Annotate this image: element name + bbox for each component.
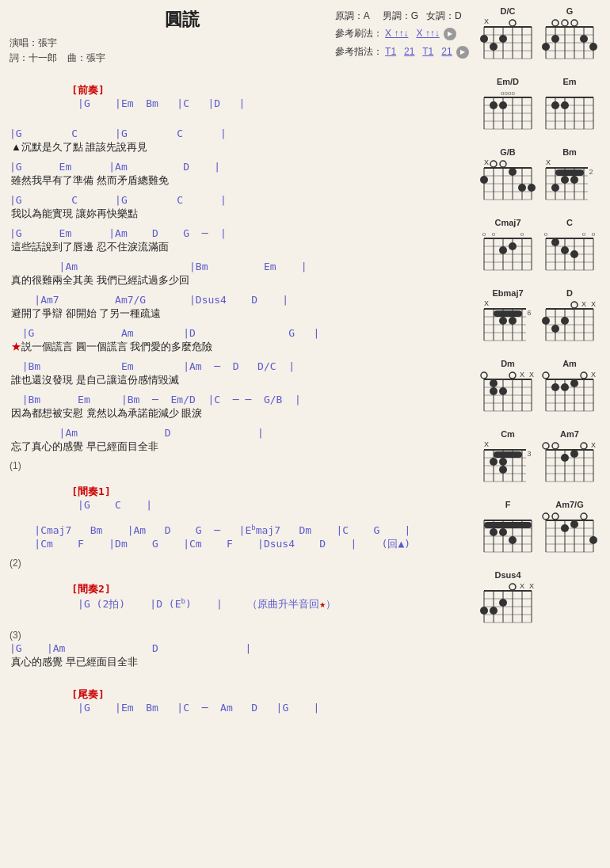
verse1a-lyrics: ▲沉默是久了點 誰該先說再見 [10,140,466,154]
svg-text:o: o [544,230,548,238]
svg-point-77 [518,184,526,192]
svg-point-110 [509,242,517,250]
section3-chords: |G |Am D | [10,642,466,654]
intro-chords: [前奏] |G |Em Bm |C |D | [10,71,466,121]
svg-point-259 [589,536,597,544]
verse1d-section: |G Em |Am D G ─ | 這些話說到了唇邊 忍不住淚流滿面 [10,227,466,254]
svg-point-274 [480,607,488,615]
svg-point-242 [509,536,517,544]
meta-area: 原調：A 男調：G 女調：D 參考刷法： X ↑↑↓ X ↑↑↓ ▶ 參考指法：… [335,8,469,59]
svg-point-28 [562,20,568,26]
chord-cmaj7: Cmaj7 o o o [480,218,536,280]
interlude1-label: [間奏1] [71,485,110,497]
chord-row-6: Dm X X [480,359,605,421]
strum-pattern-1[interactable]: X ↑↑↓ [385,28,408,39]
svg-rect-140 [494,310,522,317]
svg-point-76 [509,168,517,176]
intro-section: [前奏] |G |Em Bm |C |D | [10,71,466,121]
svg-point-209 [499,458,507,466]
svg-text:X: X [529,371,534,379]
verse1c-section: |G C |G C | 我以為能實現 讓妳再快樂點 [10,194,466,221]
chord-bm: Bm X 2 [542,147,597,210]
finger-pattern-2[interactable]: 21 [404,46,414,57]
svg-text:o: o [520,230,524,238]
svg-point-13 [480,35,488,43]
svg-text:3: 3 [527,450,531,458]
cm-svg: X 3 [480,440,536,492]
section3-lyrics: 真心的感覺 早已經面目全非 [10,655,466,669]
svg-point-12 [509,20,516,26]
d-svg: X X [542,299,597,351]
svg-point-210 [499,466,507,474]
section-1-label: (1) [10,460,466,471]
verse1b-chords: |G Em |Am D | [10,161,466,173]
svg-point-175 [490,379,498,387]
svg-point-213 [552,443,559,449]
svg-text:X: X [591,441,596,449]
svg-point-276 [499,599,507,607]
svg-rect-239 [484,522,532,528]
svg-text:X: X [484,299,489,307]
svg-point-241 [499,528,507,536]
original-key: 原調：A [335,10,369,21]
svg-point-125 [551,238,559,246]
svg-point-240 [490,528,498,536]
svg-point-163 [509,372,516,379]
cmaj7-svg: o o o [480,229,536,280]
chorus-a-lyrics: 誰也還沒發現 是自己讓這份感情毀滅 [10,373,466,387]
bm-svg: X 2 [542,158,597,210]
finger-play-btn[interactable]: ▶ [456,46,469,59]
svg-text:o: o [582,230,586,238]
verse1d-lyrics: 這些話說到了唇邊 忍不住淚流滿面 [10,240,466,254]
svg-point-141 [499,317,507,325]
intro-label: [前奏] [71,84,105,96]
svg-point-177 [490,387,498,395]
chord-f: F [480,500,536,562]
am7g-svg [542,511,597,562]
svg-text:X: X [484,158,489,166]
chorus-intro-lyrics: ★説一個謊言 圓一個謊言 我們愛的多麼危險 [10,340,466,354]
strum-play-btn[interactable]: ▶ [444,28,456,40]
svg-point-60 [561,101,569,109]
finger-pattern-3[interactable]: T1 [422,46,433,57]
svg-point-126 [561,246,569,254]
verse2a-chords: |Am |Bm Em | [10,261,466,272]
outro-chords: [尾奏] |G |Em Bm |C ─ Am D |G | [10,676,466,725]
verse2a-section: |Am |Bm Em | 真的很難兩全其美 我們已經試過多少回 [10,261,466,287]
svg-text:oooo: oooo [501,89,515,97]
svg-point-244 [552,513,559,520]
interlude2-chords: [間奏2] |G (2拍) |D (Eb) | （原曲升半音回★） [10,570,466,622]
svg-point-262 [509,584,516,590]
svg-point-159 [561,317,569,325]
chorus-c-chords: |Am D | [10,427,466,439]
svg-text:X: X [484,440,489,448]
interlude2-section: [間奏2] |G (2拍) |D (Eb) | （原曲升半音回★） [10,570,466,622]
verse1b-section: |G Em |Am D | 雖然我早有了準備 然而矛盾總難免 [10,161,466,188]
svg-text:X: X [520,371,524,379]
verse2b-chords: |Am7 Am7/G |Dsus4 D | [10,294,466,306]
svg-text:o: o [482,230,486,238]
svg-point-180 [581,372,587,379]
svg-point-158 [551,325,559,333]
chord-ebmaj7: Ebmaj7 X 6 [480,288,536,351]
dc-svg: X [480,17,536,69]
strum-label: 參考刷法： [335,28,383,39]
finger-pattern-1[interactable]: T1 [385,46,396,57]
svg-rect-91 [555,169,584,176]
section3-section: |G |Am D | 真心的感覺 早已經面目全非 [10,642,466,669]
intro-chord-text: |G |Em Bm |C |D | [71,97,245,109]
strum-pattern-2[interactable]: X ↑↑↓ [416,28,439,39]
lyricist: 詞：十一郎 [10,52,57,63]
svg-point-46 [490,101,498,109]
section-3-label: (3) [10,630,466,641]
svg-text:X: X [484,17,489,25]
svg-point-243 [543,513,549,520]
svg-point-93 [570,176,578,184]
finger-pattern-4[interactable]: 21 [441,46,452,57]
svg-point-109 [499,246,507,254]
chord-d: D X X [542,288,597,351]
svg-text:2: 2 [589,168,593,176]
chord-row-3: G/B X [480,147,605,210]
ebmaj7-svg: X 6 [480,299,536,351]
verse1a-section: |G C |G C | ▲沉默是久了點 誰該先說再見 [10,128,466,154]
